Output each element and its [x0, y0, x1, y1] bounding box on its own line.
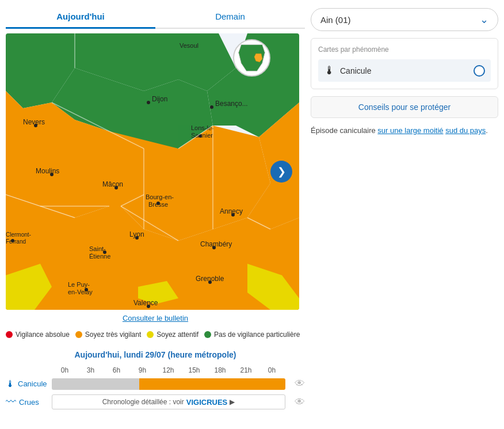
legend-dot-red	[6, 331, 13, 338]
legend-item-orange: Soyez très vigilant	[75, 331, 141, 339]
svg-text:Bourg-en-: Bourg-en-	[146, 193, 174, 200]
svg-text:Besanço...: Besanço...	[215, 100, 248, 108]
hour-18h: 18h	[207, 366, 233, 374]
crues-eye-icon[interactable]: 👁	[295, 396, 305, 408]
canicule-bar-orange	[139, 378, 285, 390]
legend: Vigilance absolue Soyez très vigilant So…	[6, 331, 305, 339]
description-box: Épisode caniculaire sur une large moitié…	[311, 125, 498, 136]
timeline-section: Aujourd'hui, lundi 29/07 (heure métropol…	[6, 350, 305, 409]
hour-0h-1: 0h	[52, 366, 78, 374]
tab-tomorrow[interactable]: Demain	[155, 6, 305, 29]
svg-text:Le Puy-: Le Puy-	[68, 281, 90, 288]
canicule-row: 🌡 Canicule 👁	[6, 378, 305, 390]
hour-15h: 15h	[181, 366, 207, 374]
cartes-title: Cartes par phénomène	[318, 45, 491, 54]
next-button[interactable]: ❯	[270, 161, 292, 183]
hour-0h-2: 0h	[259, 366, 285, 374]
svg-text:en-Velay: en-Velay	[68, 288, 93, 295]
consulter-link-container: Consulter le bulletin	[6, 313, 305, 322]
svg-text:Mâcon: Mâcon	[102, 180, 123, 188]
tab-today[interactable]: Aujourd'hui	[6, 6, 155, 29]
timeline-hours: 0h 3h 6h 9h 12h 15h 18h 21h 0h	[52, 366, 305, 374]
tabs: Aujourd'hui Demain	[6, 6, 305, 29]
legend-item-red: Vigilance absolue	[6, 331, 70, 339]
svg-text:Grenoble: Grenoble	[196, 275, 224, 283]
svg-text:Lyon: Lyon	[129, 230, 144, 238]
legend-item-green: Pas de vigilance particulière	[204, 331, 300, 339]
description-period: .	[486, 126, 488, 135]
phenomenon-left: 🌡 Canicule	[324, 64, 371, 77]
waves-icon: 〰	[6, 396, 16, 408]
legend-dot-yellow	[147, 331, 154, 338]
vigicrues-box[interactable]: Chronologie détaillée : voir VIGICRUES ▶	[52, 394, 285, 409]
phenomenon-item[interactable]: 🌡 Canicule	[318, 59, 491, 82]
svg-text:Vesoul: Vesoul	[180, 42, 198, 49]
map-container: Dijon Besanço... Nevers Moulins Lons-le-…	[6, 33, 299, 310]
svg-text:Lons-le-: Lons-le-	[191, 124, 214, 131]
vigicrues-logo: VIGICRUES	[186, 398, 228, 407]
thermometer-timeline-icon: 🌡	[6, 379, 15, 389]
canicule-bar	[52, 378, 285, 390]
svg-text:Dijon: Dijon	[152, 95, 167, 103]
legend-label-red: Vigilance absolue	[16, 331, 70, 339]
department-name: Ain (01)	[320, 15, 351, 25]
right-panel: Ain (01) ⌄ Cartes par phénomène 🌡 Canicu…	[311, 6, 498, 423]
thermometer-icon: 🌡	[324, 64, 335, 77]
canicule-row-label: Canicule	[18, 379, 47, 388]
svg-point-12	[147, 101, 150, 104]
crues-label[interactable]: 〰 Crues	[6, 396, 46, 408]
canicule-label[interactable]: 🌡 Canicule	[6, 379, 46, 389]
legend-item-yellow: Soyez attentif	[147, 331, 198, 339]
crues-row: 〰 Crues Chronologie détaillée : voir VIG…	[6, 394, 305, 409]
svg-text:Clermont-: Clermont-	[6, 231, 31, 238]
svg-text:Bresse: Bresse	[148, 201, 168, 208]
phenomenon-radio[interactable]	[474, 65, 485, 77]
description-text-start: Épisode caniculaire	[311, 126, 377, 135]
svg-text:Chambéry: Chambéry	[200, 240, 232, 248]
dropdown-arrow-icon: ⌄	[480, 13, 488, 26]
svg-text:Étienne: Étienne	[89, 253, 110, 260]
hour-3h: 3h	[78, 366, 104, 374]
svg-text:Annecy: Annecy	[220, 207, 243, 215]
france-thumbnail	[233, 39, 270, 77]
svg-point-14	[210, 105, 213, 109]
description-link-sur[interactable]: sur une large moitié	[377, 126, 443, 135]
svg-text:Ferrand: Ferrand	[6, 238, 26, 245]
hour-6h: 6h	[104, 366, 129, 374]
phenomenon-name: Canicule	[340, 66, 371, 75]
timeline-title: Aujourd'hui, lundi 29/07 (heure métropol…	[6, 350, 305, 359]
legend-label-green: Pas de vigilance particulière	[214, 331, 300, 339]
cartes-section: Cartes par phénomène 🌡 Canicule	[311, 38, 498, 89]
svg-text:Moulins: Moulins	[36, 167, 59, 175]
crues-row-label: Crues	[19, 398, 39, 407]
svg-text:Valence: Valence	[133, 299, 158, 307]
hour-9h: 9h	[129, 366, 155, 374]
consulter-bulletin-link[interactable]: Consulter le bulletin	[123, 314, 188, 322]
vigicrues-text: Chronologie détaillée : voir	[102, 398, 184, 406]
legend-dot-green	[204, 331, 211, 338]
conseils-button[interactable]: Conseils pour se protéger	[311, 96, 498, 118]
legend-label-yellow: Soyez attentif	[156, 331, 198, 339]
svg-text:Nevers: Nevers	[23, 118, 45, 126]
description-link-sud[interactable]: sud du pays	[445, 126, 486, 135]
canicule-eye-icon[interactable]: 👁	[295, 378, 305, 390]
hour-12h: 12h	[155, 366, 181, 374]
canicule-bar-grey	[52, 378, 139, 390]
legend-label-orange: Soyez très vigilant	[85, 331, 141, 339]
vigicrues-arrow: ▶	[230, 398, 235, 406]
department-selector[interactable]: Ain (01) ⌄	[311, 8, 498, 31]
hour-21h: 21h	[233, 366, 259, 374]
svg-text:Saint-: Saint-	[89, 245, 106, 252]
legend-dot-orange	[75, 331, 82, 338]
